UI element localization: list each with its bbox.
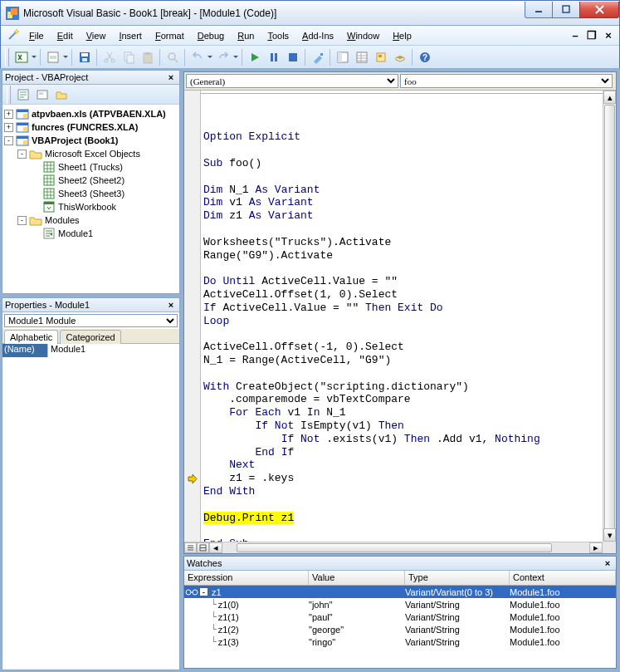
project-tree[interactable]: +atpvbaen.xls (ATPVBAEN.XLA)+funcres (FU… [2, 105, 179, 293]
scroll-left-button[interactable]: ◂ [209, 542, 222, 553]
menu-view[interactable]: View [80, 28, 113, 43]
watch-expression: z1 [212, 587, 222, 597]
cut-button[interactable] [100, 48, 119, 66]
toolbox-button[interactable] [390, 48, 409, 66]
tab-alphabetic[interactable]: Alphabetic [4, 330, 58, 344]
properties-object-selector[interactable]: Module1 Module [4, 314, 178, 327]
watch-row[interactable]: └z1(3)"ringo"Variant/StringModule1.foo [184, 635, 616, 648]
menu-format[interactable]: Format [149, 28, 191, 43]
procedure-view-button[interactable] [184, 542, 197, 553]
tree-node[interactable]: -VBAProject (Book1) [4, 134, 178, 147]
window-maximize-button[interactable] [552, 2, 580, 18]
watch-row[interactable]: -z1Variant/Variant(0 to 3)Module1.foo [184, 586, 616, 598]
col-type[interactable]: Type [405, 571, 510, 585]
object-dropdown[interactable]: (General) [186, 74, 398, 88]
tree-node[interactable]: -Modules [4, 213, 178, 227]
mdi-close-button[interactable]: × [603, 30, 614, 41]
scroll-down-button[interactable]: ▾ [603, 528, 616, 542]
view-excel-dropdown[interactable] [31, 48, 37, 66]
scroll-right-button[interactable]: ▸ [589, 542, 603, 553]
tree-node[interactable]: +funcres (FUNCRES.XLA) [4, 120, 178, 134]
tree-expander[interactable]: + [4, 110, 13, 119]
break-button[interactable] [264, 48, 283, 66]
redo-button[interactable] [213, 48, 232, 66]
tree-node[interactable]: Sheet3 (Sheet3) [4, 187, 178, 200]
code-gutter[interactable] [184, 91, 201, 542]
menu-run[interactable]: Run [231, 28, 261, 43]
toolbar-grip[interactable] [5, 48, 9, 66]
object-browser-button[interactable] [371, 48, 390, 66]
svg-point-50 [193, 590, 198, 595]
watches-header[interactable]: Expression Value Type Context [184, 571, 616, 586]
menu-help[interactable]: Help [386, 28, 418, 43]
window-close-button[interactable] [579, 2, 619, 18]
tree-node[interactable]: ThisWorkbook [4, 200, 178, 213]
copy-button[interactable] [119, 48, 138, 66]
watch-expander[interactable]: - [199, 587, 208, 596]
horizontal-scrollbar[interactable]: ◂ ▸ [184, 542, 603, 553]
menu-insert[interactable]: Insert [112, 28, 149, 43]
tree-expander[interactable]: - [4, 136, 13, 145]
undo-dropdown[interactable] [207, 48, 213, 66]
procedure-dropdown[interactable]: foo [400, 74, 613, 88]
watch-row[interactable]: └z1(2)"george"Variant/StringModule1.foo [184, 623, 616, 635]
tree-node[interactable]: Module1 [4, 227, 178, 240]
menu-tools[interactable]: Tools [261, 28, 295, 43]
view-code-button[interactable] [13, 86, 32, 104]
properties-tabs: Alphabetic Categorized [2, 329, 179, 344]
property-value[interactable]: Module1 [48, 344, 179, 357]
paste-button[interactable] [138, 48, 157, 66]
tree-expander[interactable]: + [4, 123, 13, 132]
mdi-minimize-button[interactable]: – [569, 30, 581, 41]
properties-window-button[interactable] [352, 48, 371, 66]
toggle-folders-button[interactable] [51, 86, 71, 104]
menu-edit[interactable]: Edit [51, 28, 80, 43]
toolbar-grip[interactable] [7, 86, 11, 104]
svg-rect-10 [81, 53, 88, 56]
col-value[interactable]: Value [309, 571, 405, 585]
col-context[interactable]: Context [510, 571, 616, 585]
design-mode-button[interactable] [308, 48, 327, 66]
watch-row[interactable]: └z1(1)"paul"Variant/StringModule1.foo [184, 611, 616, 623]
customize-menu-icon[interactable] [4, 28, 22, 43]
tab-categorized[interactable]: Categorized [60, 330, 120, 344]
watch-value: "paul" [309, 612, 405, 622]
redo-dropdown[interactable] [232, 48, 239, 66]
tree-node[interactable]: Sheet1 (Trucks) [4, 160, 178, 174]
scroll-up-button[interactable]: ▴ [603, 91, 616, 104]
full-module-view-button[interactable] [197, 542, 209, 553]
view-object-button[interactable] [32, 86, 51, 104]
insert-dropdown[interactable] [62, 48, 69, 66]
scroll-thumb[interactable] [604, 105, 615, 545]
view-excel-button[interactable] [12, 48, 31, 66]
project-explorer-button[interactable] [333, 48, 352, 66]
mdi-restore-button[interactable]: ❐ [586, 30, 598, 41]
window-minimize-button[interactable] [525, 2, 553, 18]
tree-expander[interactable]: - [17, 216, 27, 225]
menu-window[interactable]: Window [340, 28, 386, 43]
tree-node[interactable]: Sheet2 (Sheet2) [4, 174, 178, 187]
menu-debug[interactable]: Debug [191, 28, 231, 43]
insert-button[interactable] [43, 48, 62, 66]
find-button[interactable] [163, 48, 182, 66]
reset-button[interactable] [283, 48, 302, 66]
menu-file[interactable]: File [22, 28, 51, 43]
vertical-scrollbar[interactable]: ▴ ▾ [603, 91, 616, 542]
help-button[interactable]: ? [415, 48, 434, 66]
tree-expander[interactable]: - [17, 150, 27, 159]
properties-grid[interactable]: (Name) Module1 [2, 344, 179, 670]
col-expression[interactable]: Expression [184, 571, 309, 585]
save-button[interactable] [75, 48, 94, 66]
undo-button[interactable] [188, 48, 207, 66]
watches-close-button[interactable]: × [602, 557, 613, 569]
watches-list[interactable]: -z1Variant/Variant(0 to 3)Module1.foo└z1… [184, 586, 616, 668]
menu-add-ins[interactable]: Add-Ins [295, 28, 340, 43]
tree-node[interactable]: +atpvbaen.xls (ATPVBAEN.XLA) [4, 107, 178, 120]
watch-row[interactable]: └z1(0)"john"Variant/StringModule1.foo [184, 598, 616, 611]
code-editor[interactable]: Option Explicit Sub foo() Dim N_1 As Var… [201, 91, 603, 542]
project-explorer-close-button[interactable]: × [165, 71, 177, 83]
run-button[interactable] [245, 48, 264, 66]
scroll-thumb[interactable] [237, 543, 552, 552]
tree-node[interactable]: -Microsoft Excel Objects [4, 147, 178, 160]
properties-close-button[interactable]: × [165, 299, 177, 311]
